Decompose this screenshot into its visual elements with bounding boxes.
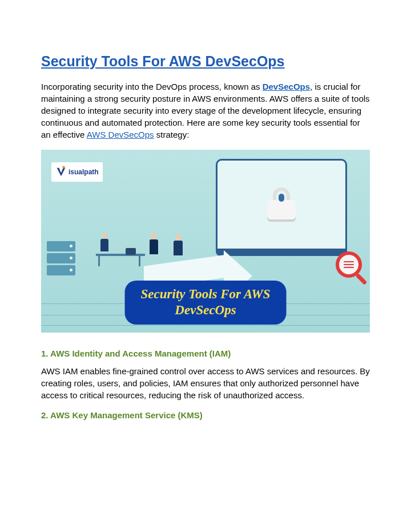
logo-text: isualpath — [68, 167, 99, 177]
banner-line-2: DevSecOps — [175, 303, 236, 317]
section-heading-1: 1. AWS Identity and Access Management (I… — [41, 347, 370, 359]
magnifier-icon — [336, 251, 362, 278]
person-sitting-icon — [100, 233, 108, 255]
hero-illustration: isualpath Security Tools For AWS DevSecO… — [41, 150, 370, 333]
aws-devsecops-link[interactable]: AWS DevSecOps — [87, 130, 154, 139]
padlock-icon — [264, 187, 299, 222]
page-title-link[interactable]: Security Tools For AWS DevSecOps — [41, 51, 370, 71]
svg-point-0 — [62, 166, 65, 169]
person-standing-2-icon — [174, 234, 183, 256]
person-standing-icon — [150, 233, 158, 255]
logo-v-icon — [55, 166, 67, 178]
laptop-screen-icon — [216, 159, 347, 250]
server-rack-icon — [47, 241, 81, 287]
table-icon — [96, 254, 145, 267]
section-paragraph-1: AWS IAM enables fine-grained control ove… — [41, 365, 370, 401]
intro-text-1: Incorporating security into the DevOps p… — [41, 82, 263, 91]
intro-paragraph: Incorporating security into the DevOps p… — [41, 81, 370, 141]
devsecops-link[interactable]: DevSecOps — [263, 82, 310, 91]
banner-line-1: Security Tools For AWS — [141, 287, 271, 301]
hero-banner: Security Tools For AWS DevSecOps — [125, 281, 287, 325]
section-heading-2: 2. AWS Key Management Service (KMS) — [41, 409, 370, 421]
briefcase-icon — [126, 248, 136, 255]
visualpath-logo: isualpath — [51, 162, 103, 182]
intro-text-3: strategy: — [154, 130, 190, 139]
